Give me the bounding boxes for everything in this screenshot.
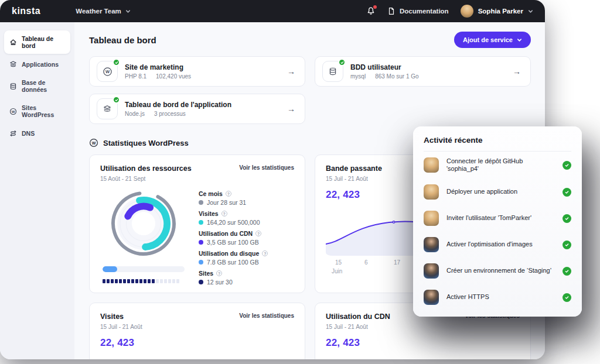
sidebar-item-wordpress-sites[interactable]: W Sites WordPress [4, 99, 70, 123]
legend-row-disk: Utilisation du disque? 7.8 GB sur 100 GB [199, 250, 294, 266]
service-card-marketing-site[interactable]: W Site de marketing PHP 8.1 102,420 vues… [89, 56, 305, 87]
team-selector[interactable]: Weather Team [76, 8, 131, 15]
check-circle-icon [562, 188, 571, 197]
service-runtime: PHP 8.1 [125, 73, 146, 80]
activity-item[interactable]: Inviter l'utilisateur 'TomParker' [424, 205, 571, 232]
activity-item[interactable]: Déployer une application [424, 179, 571, 205]
activity-label: Connecter le dépôt GitHub 'sophia_p4' [446, 157, 555, 174]
sidebar: Tableau de bord Applications Base de don… [0, 22, 74, 359]
sidebar-item-label: Base de données [22, 79, 65, 93]
check-circle-icon [562, 241, 571, 249]
legend-row-visits: Visites? 164,20 sur 500,000 [199, 210, 294, 226]
notification-dot [373, 5, 377, 9]
wordpress-icon: W [89, 138, 98, 147]
svg-text:W: W [92, 141, 96, 146]
dns-icon [9, 129, 17, 137]
page: Kinsta Weather Team [0, 0, 600, 364]
add-service-label: Ajout de service [463, 36, 513, 43]
sites-dots-bar [103, 279, 185, 283]
user-menu[interactable]: Sophia Parker [461, 5, 533, 18]
activity-label: Déployer une application [446, 188, 517, 196]
legend-label: Ce mois [199, 190, 223, 197]
avatar [424, 263, 439, 279]
date-range: 15 Juil - 21 Août [326, 324, 520, 330]
resource-donut-chart [109, 189, 178, 258]
sidebar-item-label: Applications [22, 61, 59, 68]
user-avatar [461, 5, 473, 18]
resources-card: Utilisation des ressources Voir les stat… [89, 154, 305, 293]
legend-row-month: Ce mois? Jour 28 sur 31 [199, 190, 294, 206]
add-service-button[interactable]: Ajout de service [454, 32, 531, 48]
layers-icon [103, 104, 112, 114]
legend-dot [199, 240, 203, 245]
wordpress-icon: W [103, 67, 112, 77]
document-icon [387, 7, 396, 15]
disk-usage-fill [103, 266, 117, 272]
resources-legend: Ce mois? Jour 28 sur 31 Visites? 164,20 … [199, 189, 294, 290]
status-ok-badge [112, 96, 120, 104]
chevron-down-icon [125, 9, 131, 14]
home-icon [9, 39, 17, 46]
activity-item[interactable]: Créer un environnement de ‘Staging’ [424, 258, 571, 284]
status-ok-badge [112, 59, 120, 66]
legend-row-cdn: Utilisation du CDN? 3,5 GB sur 100 GB [199, 230, 294, 246]
help-icon[interactable]: ? [255, 231, 261, 236]
sidebar-item-applications[interactable]: Applications [4, 56, 70, 73]
notifications-button[interactable] [366, 6, 376, 16]
service-info: BDD utilisateur mysql 863 Mo sur 1 Go [350, 63, 419, 80]
legend-dot [199, 280, 203, 284]
disk-usage-bar [103, 266, 185, 272]
activity-label: Activer HTTPS [446, 293, 489, 301]
sidebar-item-dns[interactable]: DNS [4, 125, 70, 142]
service-card-app-dashboard[interactable]: Tableau de bord de l'application Node.js… [89, 94, 305, 124]
svg-text:W: W [105, 69, 110, 74]
service-icon-tile [322, 61, 343, 82]
sidebar-item-label: Sites WordPress [22, 104, 65, 118]
avatar [424, 290, 439, 305]
page-header: Tableau de bord Ajout de service [89, 32, 531, 48]
resources-charts [100, 189, 187, 283]
database-icon [328, 67, 338, 76]
documentation-link[interactable]: Documentation [387, 7, 449, 15]
x-tick: 15 [335, 259, 342, 266]
service-card-user-db[interactable]: BDD utilisateur mysql 863 Mo sur 1 Go → [315, 56, 531, 87]
activity-item[interactable]: Connecter le dépôt GitHub 'sophia_p4' [424, 152, 571, 179]
help-icon[interactable]: ? [262, 250, 268, 256]
legend-dot [199, 200, 203, 205]
view-stats-link[interactable]: Voir les statistiques [239, 164, 294, 171]
layers-icon [9, 60, 17, 68]
sidebar-item-databases[interactable]: Base de données [4, 74, 70, 98]
activity-item[interactable]: Activer HTTPS [424, 284, 571, 311]
card-title: Utilisation du CDN [326, 313, 390, 321]
avatar [424, 211, 439, 226]
arrow-right-icon[interactable]: → [287, 67, 295, 76]
service-icon-tile: W [97, 61, 118, 82]
help-icon[interactable]: ? [221, 211, 227, 217]
service-info: Tableau de bord de l'application Node.js… [125, 101, 231, 117]
team-selector-label: Weather Team [76, 8, 121, 15]
status-ok-badge [338, 59, 346, 66]
card-title: Utilisation des ressources [100, 164, 192, 173]
section-title: Statistiques WordPress [103, 139, 189, 147]
view-stats-link[interactable]: Voir les statistiques [239, 313, 294, 319]
arrow-right-icon[interactable]: → [513, 67, 521, 76]
check-circle-icon [562, 214, 571, 223]
activity-item[interactable]: Activer l'optimisation d'images [424, 232, 571, 258]
help-icon[interactable]: ? [216, 270, 222, 276]
legend-value: Jour 28 sur 31 [207, 199, 246, 206]
svg-text:W: W [12, 109, 15, 113]
documentation-label: Documentation [400, 8, 449, 15]
service-name: Tableau de bord de l'application [125, 101, 231, 109]
service-cards: W Site de marketing PHP 8.1 102,420 vues… [89, 56, 531, 124]
chevron-down-icon [517, 37, 522, 43]
help-icon[interactable]: ? [226, 191, 231, 197]
wordpress-icon: W [9, 108, 17, 115]
service-metric: 102,420 vues [156, 73, 191, 80]
legend-value: 12 sur 30 [207, 279, 233, 286]
avatar [424, 157, 439, 173]
sidebar-item-dashboard[interactable]: Tableau de bord [4, 30, 70, 54]
sidebar-item-label: DNS [22, 130, 35, 137]
arrow-right-icon[interactable]: → [287, 104, 295, 114]
x-tick: 17 [394, 259, 400, 266]
activity-label: Activer l'optimisation d'images [446, 241, 533, 249]
